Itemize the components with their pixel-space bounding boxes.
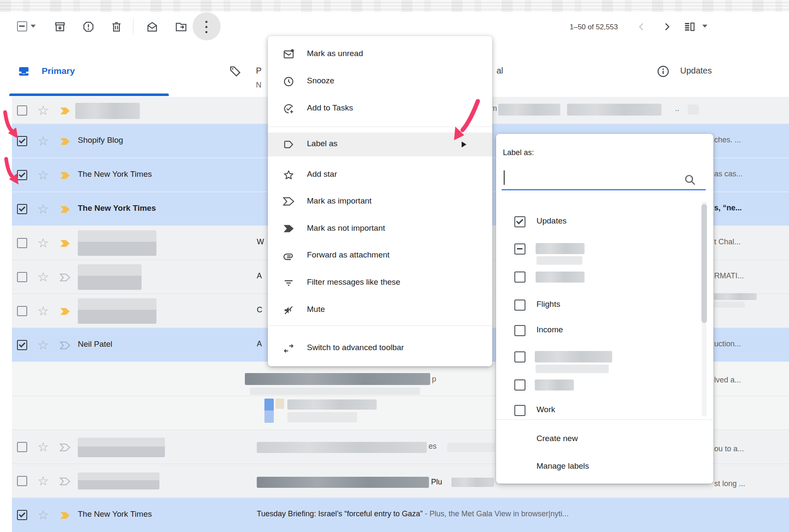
star-icon[interactable]: ☆ bbox=[37, 135, 49, 147]
menu-item-mark-as-important[interactable]: Mark as important bbox=[307, 196, 372, 206]
not-important-marker-icon[interactable] bbox=[60, 341, 71, 350]
important-marker-icon[interactable] bbox=[60, 171, 71, 180]
star-icon[interactable]: ☆ bbox=[37, 475, 49, 487]
star-icon[interactable]: ☆ bbox=[37, 271, 49, 283]
important-marker-icon[interactable] bbox=[60, 107, 71, 115]
blurred-subject bbox=[447, 443, 495, 452]
important-marker-icon[interactable] bbox=[60, 239, 71, 248]
label-option-income[interactable]: Income bbox=[536, 325, 563, 334]
snippet-fragment: as cas... bbox=[714, 170, 743, 178]
menu-item-filter-messages[interactable]: Filter messages like these bbox=[307, 277, 400, 287]
email-row-selected[interactable]: ☆ The New York Times Tuesday Briefing: I… bbox=[12, 498, 789, 532]
menu-divider bbox=[268, 325, 492, 326]
tutorial-arrow-icon bbox=[450, 99, 482, 144]
snippet-fragment: uction... bbox=[714, 340, 741, 348]
menu-item-snooze[interactable]: Snooze bbox=[307, 76, 334, 85]
tutorial-arrow-icon bbox=[1, 110, 22, 141]
row-checkbox-checked[interactable] bbox=[17, 340, 27, 350]
not-important-marker-icon[interactable] bbox=[60, 477, 71, 486]
sender-name: The New York Times bbox=[78, 509, 152, 519]
newer-page-icon[interactable] bbox=[636, 21, 647, 32]
important-marker-icon[interactable] bbox=[60, 137, 71, 146]
blurred-label-name bbox=[536, 243, 585, 254]
subject-fragment: A bbox=[257, 340, 262, 348]
row-checkbox[interactable] bbox=[17, 306, 27, 316]
blurred-label-name bbox=[535, 351, 612, 362]
menu-item-add-to-tasks[interactable]: Add to Tasks bbox=[307, 103, 353, 113]
row-checkbox-checked[interactable] bbox=[17, 204, 27, 214]
manage-labels[interactable]: Manage labels bbox=[536, 461, 589, 471]
tab-promotions[interactable]: P bbox=[256, 66, 261, 76]
label-checkbox-updates[interactable] bbox=[514, 216, 525, 227]
important-marker-icon[interactable] bbox=[60, 511, 71, 520]
menu-item-mute[interactable]: Mute bbox=[307, 305, 325, 314]
scrollbar-thumb[interactable] bbox=[701, 204, 707, 323]
star-icon[interactable]: ☆ bbox=[37, 169, 49, 181]
star-icon[interactable]: ☆ bbox=[37, 237, 49, 249]
snippet-fragment: ches. ... bbox=[714, 136, 741, 144]
tutorial-arrow-icon bbox=[2, 156, 23, 187]
submenu-divider bbox=[496, 419, 713, 420]
star-icon[interactable]: ☆ bbox=[37, 105, 49, 116]
tab-primary[interactable]: Primary bbox=[42, 66, 75, 76]
menu-item-mark-as-unread[interactable]: Mark as unread bbox=[307, 49, 363, 58]
blurred-subject bbox=[567, 104, 661, 116]
label-checkbox[interactable] bbox=[514, 272, 525, 283]
sender-name: The New York Times bbox=[78, 170, 152, 179]
archive-icon[interactable] bbox=[54, 20, 66, 33]
primary-tab-icon bbox=[18, 65, 30, 77]
tab-updates[interactable]: Updates bbox=[680, 66, 712, 76]
mark-unread-icon bbox=[283, 48, 295, 60]
report-spam-icon[interactable] bbox=[82, 20, 95, 33]
label-search-input[interactable] bbox=[502, 168, 706, 189]
attachment-thumbnail-bottom bbox=[264, 410, 274, 423]
star-icon[interactable]: ☆ bbox=[37, 305, 49, 317]
star-icon[interactable]: ☆ bbox=[37, 339, 49, 351]
menu-item-forward-as-attachment[interactable]: Forward as attachment bbox=[307, 250, 389, 260]
select-dropdown-caret[interactable] bbox=[31, 25, 36, 28]
select-all-checkbox[interactable] bbox=[17, 21, 27, 31]
subject-fragment: es bbox=[429, 442, 437, 451]
important-marker-icon[interactable] bbox=[60, 307, 71, 316]
label-checkbox-indeterminate[interactable] bbox=[514, 243, 525, 255]
subject-ellipsis: .. bbox=[675, 104, 679, 113]
more-options-icon[interactable] bbox=[205, 21, 207, 23]
label-as-title: Label as: bbox=[503, 148, 534, 157]
blurred-sender bbox=[78, 264, 142, 290]
label-option-updates[interactable]: Updates bbox=[536, 216, 567, 226]
star-icon[interactable]: ☆ bbox=[37, 203, 49, 215]
blurred-attachment-label bbox=[287, 412, 357, 422]
row-checkbox[interactable] bbox=[17, 442, 27, 452]
menu-item-switch-advanced-toolbar[interactable]: Switch to advanced toolbar bbox=[307, 343, 404, 352]
row-checkbox[interactable] bbox=[17, 272, 27, 282]
mark-as-read-icon[interactable] bbox=[145, 20, 159, 33]
menu-item-label-as[interactable]: Label as bbox=[307, 139, 338, 148]
label-checkbox[interactable] bbox=[514, 351, 525, 362]
important-marker-icon[interactable] bbox=[60, 205, 71, 214]
not-important-marker-icon[interactable] bbox=[60, 273, 71, 282]
tab-social[interactable]: al bbox=[497, 66, 503, 76]
move-to-icon[interactable] bbox=[174, 20, 188, 33]
split-pane-caret[interactable] bbox=[702, 25, 707, 28]
not-important-marker-icon[interactable] bbox=[60, 443, 71, 452]
delete-icon[interactable] bbox=[110, 20, 123, 33]
star-icon[interactable]: ☆ bbox=[37, 509, 49, 521]
more-options-icon-dot bbox=[205, 26, 207, 28]
label-checkbox-work[interactable] bbox=[514, 405, 525, 416]
blurred-attachment-label bbox=[287, 399, 377, 410]
menu-item-add-star[interactable]: Add star bbox=[307, 170, 337, 179]
label-option-flights[interactable]: Flights bbox=[536, 300, 560, 309]
label-checkbox[interactable] bbox=[514, 379, 525, 391]
row-checkbox-checked[interactable] bbox=[17, 510, 27, 520]
split-pane-icon[interactable] bbox=[683, 20, 696, 33]
create-new-label[interactable]: Create new bbox=[536, 434, 578, 443]
menu-item-mark-as-not-important[interactable]: Mark as not important bbox=[307, 224, 385, 233]
row-checkbox[interactable] bbox=[17, 476, 27, 486]
older-page-icon[interactable] bbox=[661, 21, 673, 32]
star-icon[interactable]: ☆ bbox=[37, 441, 49, 453]
row-checkbox[interactable] bbox=[17, 238, 27, 248]
label-options-list: Updates Flights Income Work bbox=[496, 202, 713, 416]
label-option-work[interactable]: Work bbox=[536, 405, 555, 414]
label-checkbox-income[interactable] bbox=[514, 325, 525, 336]
label-checkbox-flights[interactable] bbox=[514, 300, 525, 311]
